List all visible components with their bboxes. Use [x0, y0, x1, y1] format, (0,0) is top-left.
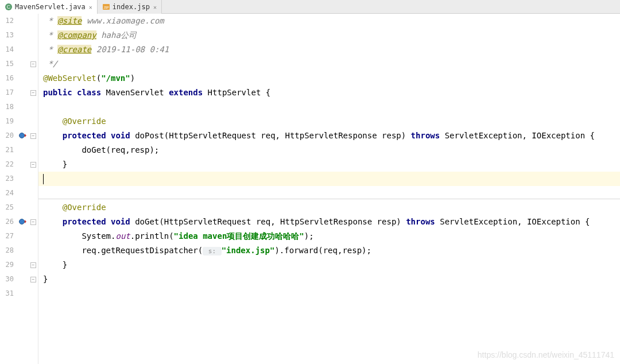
fold-toggle-icon[interactable]: − — [30, 61, 36, 67]
code-line: * @site www.xiaomage.com — [38, 14, 620, 28]
class-file-icon: C — [5, 3, 13, 11]
code-line: @WebServlet("/mvn") — [38, 71, 620, 86]
code-line: public class MavenServlet extends HttpSe… — [38, 86, 620, 100]
code-line: req.getRequestDispatcher( s: "index.jsp"… — [38, 243, 620, 258]
tab-label: index.jsp — [113, 3, 150, 11]
jsp-file-icon: JSP — [102, 3, 110, 11]
fold-toggle-icon[interactable]: − — [30, 277, 36, 282]
code-line: } — [38, 272, 620, 286]
code-line: @Override — [38, 114, 620, 129]
code-line: System.out.println("idea maven项目创建成功哈哈哈"… — [38, 229, 620, 243]
editor-tab-indexjsp[interactable]: JSP index.jsp ✕ — [98, 0, 162, 14]
code-line: } — [38, 258, 620, 272]
gutter-markers — [17, 14, 30, 364]
override-marker-icon[interactable] — [18, 131, 28, 140]
fold-toggle-icon[interactable]: − — [30, 262, 36, 268]
svg-text:C: C — [7, 4, 11, 10]
svg-point-4 — [20, 133, 25, 138]
fold-toggle-icon[interactable]: − — [30, 162, 36, 168]
close-icon[interactable]: ✕ — [89, 4, 92, 10]
svg-text:JSP: JSP — [103, 6, 109, 9]
tab-bar: C MavenServlet.java ✕ JSP index.jsp ✕ — [0, 0, 620, 14]
gutter: 1213141516171819202122232425262728293031… — [0, 14, 38, 364]
code-editor: 1213141516171819202122232425262728293031… — [0, 14, 620, 364]
code-line: protected void doGet(HttpServletRequest … — [38, 215, 620, 229]
code-line: @Override — [38, 200, 620, 215]
fold-column: − − − − − − − — [30, 14, 38, 364]
code-line: */ — [38, 57, 620, 71]
code-line — [38, 100, 620, 114]
text-caret — [43, 174, 44, 184]
code-line: * @company haha公司 — [38, 28, 620, 42]
method-separator — [38, 199, 620, 199]
tab-label: MavenServlet.java — [15, 3, 86, 11]
fold-toggle-icon[interactable]: − — [30, 133, 36, 139]
editor-tab-mavenservlet[interactable]: C MavenServlet.java ✕ — [0, 0, 98, 14]
code-line: } — [38, 157, 620, 172]
line-numbers: 1213141516171819202122232425262728293031 — [0, 14, 17, 364]
code-line-current — [38, 172, 620, 186]
code-line — [38, 286, 620, 301]
code-area[interactable]: * @site www.xiaomage.com * @company haha… — [38, 14, 620, 364]
override-marker-icon[interactable] — [18, 217, 28, 226]
svg-point-5 — [20, 219, 25, 224]
fold-toggle-icon[interactable]: − — [30, 90, 36, 96]
code-line: doGet(req,resp); — [38, 143, 620, 157]
code-line: protected void doPost(HttpServletRequest… — [38, 129, 620, 143]
close-icon[interactable]: ✕ — [153, 4, 157, 10]
fold-toggle-icon[interactable]: − — [30, 219, 36, 225]
code-line: * @create 2019-11-08 0:41 — [38, 42, 620, 57]
